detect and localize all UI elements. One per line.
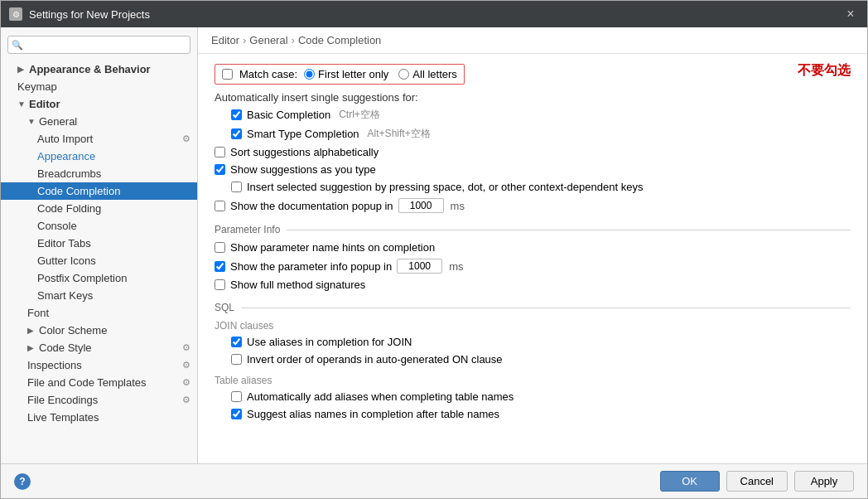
- show-as-type-row: Show suggestions as you type: [215, 162, 851, 177]
- apply-button[interactable]: Apply: [794, 471, 854, 492]
- all-letters-option[interactable]: All letters: [398, 68, 456, 80]
- param-popup-value[interactable]: [397, 259, 442, 274]
- all-letters-label: All letters: [412, 68, 456, 80]
- full-signatures-row: Show full method signatures: [215, 278, 851, 292]
- sidebar-label: Code Folding: [37, 202, 101, 215]
- sidebar-item-smart-keys[interactable]: Smart Keys: [1, 287, 197, 304]
- sidebar-item-appearance[interactable]: Appearance: [1, 148, 197, 165]
- sidebar-label: Gutter Icons: [37, 254, 96, 267]
- title-bar-left: ⚙ Settings for New Projects: [9, 7, 150, 21]
- sidebar-item-editor-tabs[interactable]: Editor Tabs: [1, 235, 197, 252]
- sort-alpha-label: Sort suggestions alphabetically: [230, 146, 379, 158]
- breadcrumb-sep2: ›: [292, 34, 295, 46]
- sidebar-label: Auto Import: [37, 133, 93, 145]
- gear-icon: ⚙: [182, 342, 190, 353]
- first-letter-label: First letter only: [318, 68, 388, 80]
- basic-completion-row: Basic Completion Ctrl+空格: [215, 107, 851, 123]
- search-box: 🔍: [7, 36, 190, 54]
- show-as-type-checkbox[interactable]: [215, 164, 225, 175]
- sidebar-item-file-encodings[interactable]: File Encodings ⚙: [1, 391, 197, 409]
- match-case-radio-group: First letter only All letters: [304, 68, 457, 80]
- param-popup-label: Show the parameter info popup in: [230, 260, 392, 273]
- sidebar-item-appearance-behavior[interactable]: ▶ Appearance & Behavior: [1, 61, 197, 78]
- expand-arrow: ▶: [17, 65, 26, 74]
- sql-section: SQL: [215, 302, 851, 313]
- ok-button[interactable]: OK: [660, 471, 720, 492]
- sort-alpha-checkbox[interactable]: [215, 147, 225, 157]
- sidebar-label: File and Code Templates: [27, 376, 147, 389]
- parameter-info-section: Parameter Info: [215, 224, 851, 235]
- auto-add-aliases-checkbox[interactable]: [231, 391, 242, 402]
- smart-type-checkbox[interactable]: [231, 128, 242, 139]
- use-aliases-checkbox[interactable]: [231, 337, 242, 347]
- search-input[interactable]: [7, 36, 190, 54]
- auto-add-aliases-row: Automatically add aliases when completin…: [215, 390, 851, 404]
- show-as-type-label: Show suggestions as you type: [230, 163, 376, 176]
- sidebar-item-code-folding[interactable]: Code Folding: [1, 200, 197, 217]
- sidebar-item-editor[interactable]: ▼ Editor: [1, 95, 197, 113]
- sidebar-item-font[interactable]: Font: [1, 304, 197, 322]
- sidebar-item-keymap[interactable]: Keymap: [1, 78, 197, 95]
- doc-popup-checkbox[interactable]: [215, 201, 225, 211]
- sidebar-label: Smart Keys: [37, 289, 93, 302]
- sidebar-item-code-completion[interactable]: Code Completion: [1, 182, 197, 200]
- match-case-row: Match case: First letter only All letter…: [215, 64, 465, 85]
- basic-completion-checkbox[interactable]: [231, 109, 242, 120]
- sidebar-item-gutter-icons[interactable]: Gutter Icons: [1, 252, 197, 269]
- sidebar-label: Inspections: [27, 359, 82, 371]
- footer: ? OK Cancel Apply: [1, 463, 867, 498]
- expand-arrow: ▼: [17, 99, 26, 109]
- suggest-alias-row: Suggest alias names in completion after …: [215, 407, 851, 421]
- full-signatures-checkbox[interactable]: [215, 279, 225, 290]
- sidebar-item-console[interactable]: Console: [1, 217, 197, 235]
- sidebar-label: Postfix Completion: [37, 272, 127, 284]
- match-case-label: Match case:: [239, 68, 297, 80]
- sql-title: SQL: [215, 302, 234, 313]
- sidebar-item-color-scheme[interactable]: ▶ Color Scheme: [1, 322, 197, 339]
- sort-alpha-row: Sort suggestions alphabetically: [215, 145, 851, 159]
- breadcrumb-code-completion: Code Completion: [298, 34, 381, 46]
- param-hints-checkbox[interactable]: [215, 242, 225, 253]
- sidebar-item-auto-import[interactable]: Auto Import ⚙: [1, 130, 197, 148]
- param-popup-checkbox[interactable]: [215, 261, 225, 272]
- auto-add-aliases-label: Automatically add aliases when completin…: [247, 390, 514, 403]
- close-button[interactable]: ×: [842, 6, 859, 22]
- sidebar-label: Keymap: [17, 80, 57, 93]
- invert-order-checkbox[interactable]: [231, 354, 242, 365]
- doc-popup-row: Show the documentation popup in ms: [215, 197, 851, 214]
- expand-arrow: ▼: [27, 117, 36, 126]
- sidebar-label: General: [39, 115, 77, 128]
- gear-icon: ⚙: [182, 395, 190, 405]
- sidebar: 🔍 ▶ Appearance & Behavior Keymap ▼ Edito…: [1, 27, 198, 463]
- doc-popup-value[interactable]: [398, 198, 444, 213]
- annotation-text: 不要勾选: [798, 62, 851, 80]
- sidebar-label: File Encodings: [27, 394, 98, 406]
- smart-type-label: Smart Type Completion: [247, 128, 359, 140]
- sidebar-label: Code Completion: [37, 185, 120, 197]
- match-case-checkbox[interactable]: [222, 69, 233, 80]
- suggest-alias-checkbox[interactable]: [231, 409, 242, 419]
- cancel-button[interactable]: Cancel: [726, 471, 788, 492]
- expand-arrow: ▶: [27, 326, 36, 335]
- sidebar-item-file-code-templates[interactable]: File and Code Templates ⚙: [1, 374, 197, 391]
- invert-order-row: Invert order of operands in auto-generat…: [215, 352, 851, 366]
- sidebar-item-postfix-completion[interactable]: Postfix Completion: [1, 269, 197, 287]
- sidebar-item-inspections[interactable]: Inspections ⚙: [1, 356, 197, 374]
- param-popup-unit: ms: [449, 260, 463, 273]
- expand-arrow: ▶: [27, 343, 36, 352]
- first-letter-option[interactable]: First letter only: [304, 68, 388, 80]
- sidebar-item-breadcrumbs[interactable]: Breadcrumbs: [1, 165, 197, 182]
- smart-type-row: Smart Type Completion Alt+Shift+空格: [215, 126, 851, 142]
- sidebar-label: Breadcrumbs: [37, 167, 101, 180]
- param-popup-row: Show the parameter info popup in ms: [215, 258, 851, 274]
- sidebar-label: Font: [27, 307, 49, 319]
- sidebar-item-code-style[interactable]: ▶ Code Style ⚙: [1, 339, 197, 356]
- sidebar-label: Code Style: [39, 342, 92, 354]
- sidebar-item-general[interactable]: ▼ General: [1, 113, 197, 130]
- footer-buttons: OK Cancel Apply: [660, 471, 854, 492]
- join-clauses-label: JOIN clauses: [215, 320, 851, 332]
- help-button[interactable]: ?: [14, 473, 31, 490]
- suggest-alias-label: Suggest alias names in completion after …: [247, 408, 499, 420]
- sidebar-item-live-templates[interactable]: Live Templates: [1, 409, 197, 426]
- insert-selected-checkbox[interactable]: [231, 182, 242, 192]
